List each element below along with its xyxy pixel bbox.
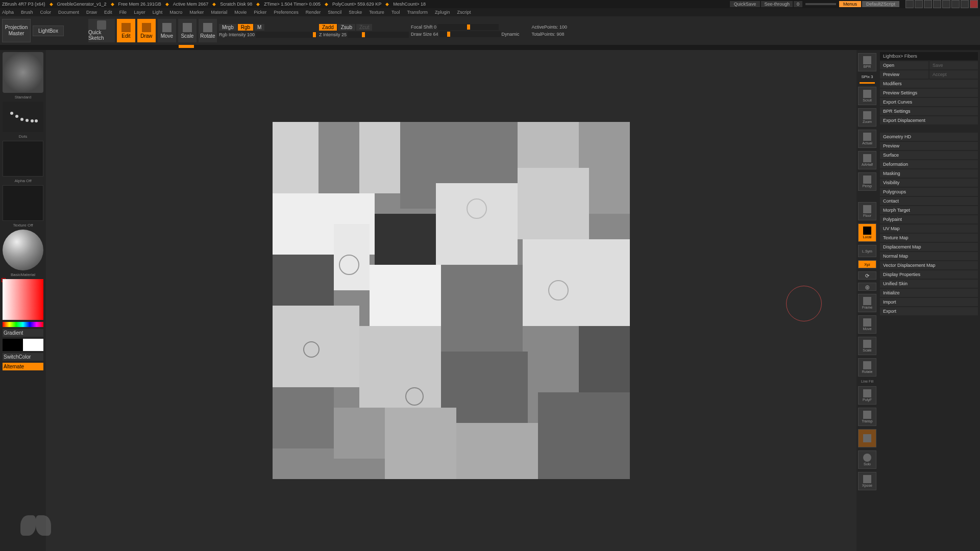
close-icon[interactable] [970,0,978,8]
zsub-button[interactable]: Zsub [338,24,355,31]
section-preview2[interactable]: Preview [880,142,978,150]
menu-light[interactable]: Light [153,10,163,15]
section-contact[interactable]: Contact [880,197,978,205]
material-thumbnail[interactable] [3,230,43,270]
menu-tool[interactable]: Tool [391,10,400,15]
texture-thumbnail[interactable] [3,185,43,221]
section-displayprops[interactable]: Display Properties [880,270,978,279]
spix-slider[interactable] [860,82,875,84]
menu-layer[interactable]: Layer [134,10,145,15]
section-geometryhd[interactable]: Geometry HD [880,133,978,141]
dynamic-label[interactable]: Dynamic [502,32,520,37]
titlebar-icon-3[interactable] [924,0,932,8]
menu-file[interactable]: File [119,10,127,15]
menu-stroke[interactable]: Stroke [349,10,362,15]
color-picker[interactable] [3,279,43,320]
alpha-thumbnail[interactable] [3,141,43,177]
hue-strip[interactable] [3,322,43,327]
scale-mode-button[interactable]: Scale [178,19,197,42]
menu-color[interactable]: Color [40,10,52,15]
zoom-button[interactable]: Zoom [858,108,876,127]
defaultzscript-button[interactable]: DefaultZScript [862,1,899,7]
section-texturemap[interactable]: Texture Map [880,234,978,242]
menu-preferences[interactable]: Preferences [274,10,299,15]
z-intensity-slider[interactable] [348,32,409,38]
menu-picker[interactable]: Picker [254,10,266,15]
frame-button[interactable]: Frame [858,294,876,312]
menu-transform[interactable]: Transform [407,10,428,15]
projection-master-button[interactable]: Projection Master [2,19,31,42]
xpose-button[interactable]: Xpose [858,472,876,490]
palette-breadcrumb[interactable]: Lightbox> Fibers [880,52,978,60]
floor-button[interactable]: Floor [858,202,876,220]
section-morphtarget[interactable]: Morph Target [880,206,978,214]
m-button[interactable]: M [254,24,264,31]
focal-shift-slider[interactable] [437,24,499,30]
black-swatch[interactable] [3,339,23,351]
white-swatch[interactable] [23,339,43,351]
section-initialize[interactable]: Initialize [880,289,978,297]
brush-thumbnail[interactable] [3,52,43,93]
draw-mode-button[interactable]: Draw [137,19,156,42]
section-visibility[interactable]: Visibility [880,179,978,187]
section-masking[interactable]: Masking [880,169,978,178]
canvas[interactable] [46,50,856,551]
xyz-button[interactable]: Xyz [858,260,876,268]
rot-center-button[interactable]: ◎ [858,283,876,291]
local-button[interactable]: Local [858,223,876,242]
transp-button[interactable]: Transp [858,408,876,426]
bpr-button[interactable]: BPR [858,53,876,71]
menu-macro[interactable]: Macro [169,10,182,15]
section-import[interactable]: Import [880,298,978,306]
titlebar-icon-4[interactable] [933,0,941,8]
menu-render[interactable]: Render [306,10,321,15]
seethrough-value[interactable]: 0 [794,1,802,7]
spix-label[interactable]: SPix 3 [861,74,873,79]
polyf-button[interactable]: PolyF [858,386,876,405]
rgb-button[interactable]: Rgb [238,24,253,31]
save-button[interactable]: Save [929,61,978,69]
draw-size-slider[interactable] [439,31,501,37]
section-displacementmap[interactable]: Displacement Map [880,243,978,251]
section-previewsettings[interactable]: Preview Settings [880,89,978,97]
aahalf-button[interactable]: AAHalf [858,151,876,169]
nav-move-button[interactable]: Move [858,315,876,334]
rgb-intensity-slider[interactable] [256,32,317,38]
section-polygroups[interactable]: Polygroups [880,188,978,196]
titlebar-icon-2[interactable] [915,0,923,8]
menu-alpha[interactable]: Alpha [2,10,14,15]
menu-edit[interactable]: Edit [104,10,112,15]
edit-mode-button[interactable]: Edit [117,19,135,42]
menu-texture[interactable]: Texture [369,10,384,15]
nav-scale-button[interactable]: Scale [858,337,876,355]
persp-button[interactable]: Persp [858,172,876,191]
section-exportdisplacement[interactable]: Export Displacement [880,116,978,124]
section-modifiers[interactable]: Modifiers [880,80,978,88]
menu-movie[interactable]: Movie [234,10,247,15]
section-deformation[interactable]: Deformation [880,160,978,168]
titlebar-icon-1[interactable] [905,0,914,8]
move-mode-button[interactable]: Move [158,19,176,42]
alternate-button[interactable]: Alternate [3,363,43,370]
quicksave-button[interactable]: QuickSave [730,1,761,7]
scroll-button[interactable]: Scroll [858,87,876,105]
section-surface[interactable]: Surface [880,151,978,159]
section-vectordispmap[interactable]: Vector Displacement Map [880,261,978,269]
stroke-thumbnail[interactable] [3,102,43,132]
section-polypaint[interactable]: Polypaint [880,215,978,223]
solo-button[interactable]: Solo [858,450,876,469]
section-unifiedskin[interactable]: Unified Skin [880,280,978,288]
document[interactable] [273,122,630,479]
rotate-mode-button[interactable]: Rotate [199,19,217,42]
open-button[interactable]: Open [880,61,928,69]
menu-document[interactable]: Document [58,10,79,15]
titlebar-icon-5[interactable] [942,0,950,8]
menu-brush[interactable]: Brush [21,10,33,15]
zcut-button[interactable]: Zcut [356,24,372,31]
menus-button[interactable]: Menus [839,1,861,7]
accept-button[interactable]: Accept [929,70,978,79]
menu-zscript[interactable]: Zscript [457,10,471,15]
gradient-button[interactable]: Gradient [3,329,43,337]
rot-arc-button[interactable]: ⟳ [858,271,876,280]
timeline[interactable] [0,45,980,50]
